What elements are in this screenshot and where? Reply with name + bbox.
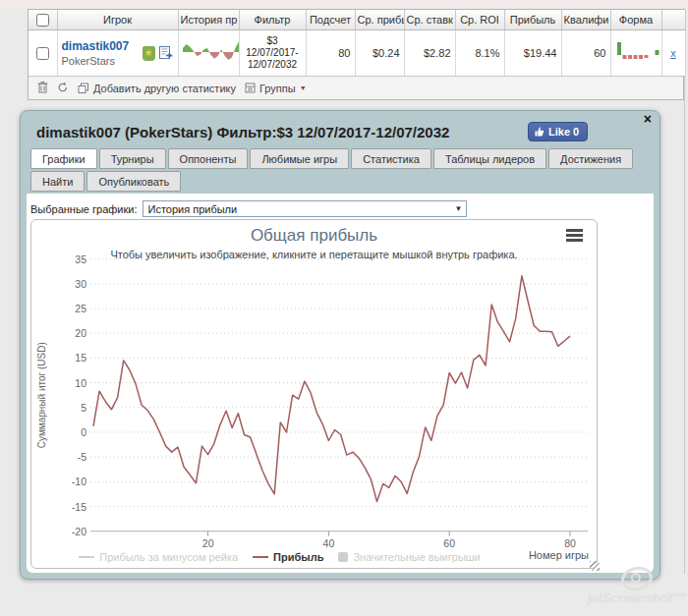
svg-text:15: 15	[75, 352, 86, 364]
chevron-down-icon: ▼	[300, 84, 307, 91]
legend-line-marker	[253, 556, 268, 558]
graph-select-value: История прибыли	[147, 203, 237, 215]
profit-cell: $19.44	[504, 30, 561, 77]
legend-label: Прибыль	[273, 551, 323, 563]
svg-text:80: 80	[564, 537, 576, 549]
player-stats-panel: dimastik007 (PokerStars) Фильтр:$3 12/07…	[20, 110, 660, 580]
add-statistic-button[interactable]: Добавить другую статистику	[78, 83, 236, 94]
svg-text:25: 25	[75, 303, 86, 314]
svg-text:10: 10	[75, 377, 86, 389]
player-cell: dimastik007 PokerStars ★	[57, 30, 178, 77]
profit-chart[interactable]: 35302520151050-5-10-15-2020406080Суммарн…	[30, 219, 598, 569]
svg-text:20: 20	[202, 537, 214, 549]
avg-stake-cell: $2.82	[404, 30, 455, 77]
groups-icon	[245, 83, 256, 93]
page-right-rule	[684, 8, 685, 574]
column-header[interactable]: Ср. ROI	[455, 10, 504, 30]
chart-legend: Прибыль за минусом рейка Прибыль Значите…	[31, 551, 528, 563]
add-statistic-label: Добавить другую статистику	[93, 83, 236, 94]
remove-stat-link[interactable]: x	[661, 30, 685, 77]
jetscreenshot-logo-icon	[619, 564, 655, 593]
column-header[interactable]: История пр	[178, 10, 239, 30]
legend-item-significant-wins[interactable]: Значительные выигрыши	[338, 551, 480, 563]
tab-достижения[interactable]: Достижения	[548, 148, 633, 169]
x-axis-title: Номер игры	[529, 549, 589, 561]
graph-selector-label: Выбранные графики:	[30, 203, 137, 215]
achievement-star-icon[interactable]: ★	[143, 46, 155, 61]
tab-таблицы-лидеров[interactable]: Таблицы лидеров	[433, 148, 546, 169]
delete-icon[interactable]	[37, 81, 48, 95]
panel-content: Выбранные графики: История прибыли ▼ 353…	[27, 194, 654, 573]
count-cell: 80	[306, 30, 355, 77]
tab-турниры[interactable]: Турниры	[99, 148, 166, 169]
player-name-link[interactable]: dimastik007	[62, 39, 130, 53]
svg-text:-5: -5	[78, 451, 86, 463]
svg-text:60: 60	[443, 537, 455, 549]
close-icon[interactable]: ×	[644, 112, 652, 126]
select-all-header-cell	[29, 10, 57, 30]
row-select-cell	[29, 30, 57, 77]
filter-cell: $3 12/07/2017- 12/07/2032	[239, 30, 306, 77]
legend-line-marker	[79, 556, 94, 558]
select-arrow-icon: ▼	[455, 204, 463, 213]
legend-box-marker	[338, 552, 348, 562]
column-header[interactable]: Фильтр	[239, 10, 306, 30]
avg-roi-cell: 8.1%	[455, 30, 504, 77]
tab-статистика[interactable]: Статистика	[351, 148, 431, 169]
svg-text:-15: -15	[72, 501, 86, 513]
legend-label: Прибыль за минусом рейка	[99, 551, 238, 563]
select-all-checkbox[interactable]	[36, 14, 49, 27]
column-header[interactable]: Квалифи	[561, 10, 610, 30]
copy-icon	[78, 83, 89, 94]
facebook-like-button[interactable]: Like 0	[528, 122, 588, 141]
svg-text:30: 30	[75, 278, 86, 290]
form-mini-bars	[615, 40, 660, 64]
profit-history-sparkline-cell[interactable]	[178, 30, 239, 77]
form-cell	[610, 30, 661, 77]
svg-text:40: 40	[323, 537, 335, 549]
stats-table: ИгрокИстория прФильтрПодсчетСр. прибыСр.…	[29, 10, 686, 76]
stats-table-container: ИгрокИстория прФильтрПодсчетСр. прибыСр.…	[28, 9, 684, 100]
panel-tabs-row-1: ГрафикиТурнирыОппонентыЛюбимые игрыСтати…	[30, 148, 633, 169]
chart-title: Общая прибыль	[31, 226, 597, 246]
column-header[interactable]: Ср. прибы	[355, 10, 404, 30]
column-header-empty	[661, 10, 685, 30]
column-header[interactable]: Форма	[610, 10, 661, 30]
legend-item-rake-adjusted[interactable]: Прибыль за минусом рейка	[79, 551, 238, 563]
tab-опубликовать[interactable]: Опубликовать	[86, 171, 181, 192]
stats-table-header-row: ИгрокИстория прФильтрПодсчетСр. прибыСр.…	[29, 10, 685, 30]
groups-label: Группы	[259, 83, 296, 94]
chart-subtitle: Чтобы увеличить изображение, кликните и …	[31, 249, 597, 260]
profit-history-sparkline	[183, 38, 240, 66]
column-header[interactable]: Прибыль	[504, 10, 561, 30]
row-checkbox[interactable]	[36, 47, 49, 60]
svg-text:-10: -10	[72, 476, 86, 487]
legend-item-profit[interactable]: Прибыль	[253, 551, 323, 563]
panel-title: dimastik007 (PokerStars) Фильтр:$3 12/07…	[36, 124, 449, 140]
jetscreenshot-watermark: jetScreenshotcom	[588, 567, 686, 605]
add-note-icon[interactable]	[158, 44, 174, 62]
groups-menu-button[interactable]: Группы ▼	[245, 83, 307, 94]
page-top-band	[0, 0, 688, 8]
refresh-icon[interactable]	[57, 81, 69, 95]
panel-tabs-row-2: НайтиОпубликовать	[30, 171, 181, 192]
tab-графики[interactable]: Графики	[30, 148, 97, 169]
column-header[interactable]: Ср. ставк	[404, 10, 455, 30]
chart-menu-icon[interactable]	[566, 229, 583, 242]
like-label: Like 0	[548, 126, 579, 138]
avg-profit-cell: $0.24	[355, 30, 404, 77]
player-site-label: PokerStars	[62, 55, 130, 67]
chart-plot-area[interactable]: 35302520151050-5-10-15-2020406080Суммарн…	[31, 220, 597, 568]
tab-любимые-игры[interactable]: Любимые игры	[250, 148, 349, 169]
qualified-cell: 60	[561, 30, 610, 77]
svg-text:0: 0	[81, 426, 86, 438]
stats-toolbar: Добавить другую статистику Группы ▼	[29, 76, 683, 99]
graph-select[interactable]: История прибыли ▼	[143, 200, 467, 217]
svg-text:20: 20	[75, 327, 86, 339]
tab-найти[interactable]: Найти	[30, 171, 85, 192]
legend-label: Значительные выигрыши	[353, 551, 480, 563]
thumbs-up-icon	[535, 127, 545, 137]
tab-оппоненты[interactable]: Оппоненты	[168, 148, 249, 169]
column-header[interactable]: Подсчет	[306, 10, 355, 30]
column-header[interactable]: Игрок	[57, 10, 178, 30]
